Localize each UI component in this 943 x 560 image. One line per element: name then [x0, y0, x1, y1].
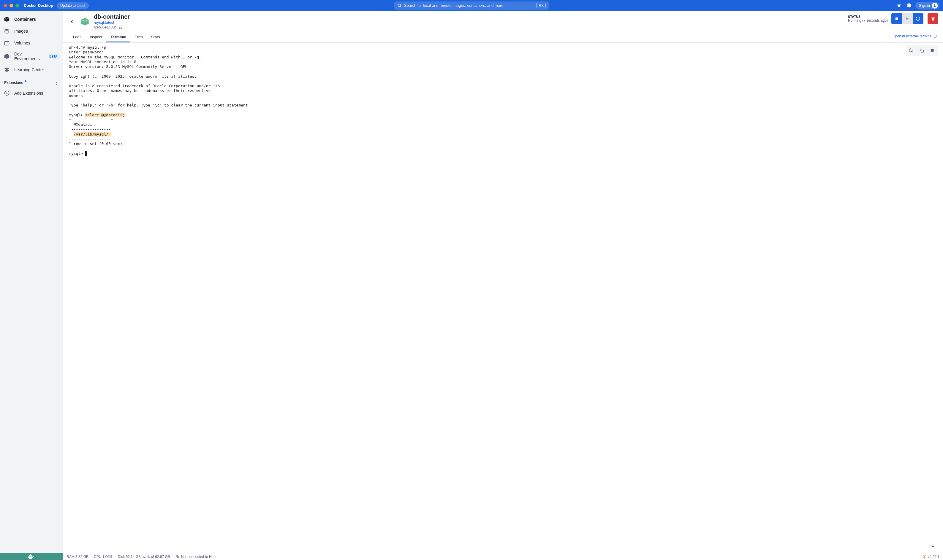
svg-rect-18 — [895, 17, 898, 20]
container-cube-icon — [80, 16, 90, 27]
tab-stats[interactable]: Stats — [147, 32, 164, 42]
sidebar-item-learning-center[interactable]: Learning Center — [0, 64, 63, 75]
tab-logs[interactable]: Logs — [69, 32, 85, 42]
svg-marker-19 — [906, 17, 909, 20]
status-hub-text: Not connected to Hub — [181, 555, 216, 559]
terminal-output[interactable]: sh-4.4# mysql -p Enter password: Welcome… — [63, 43, 943, 553]
tab-terminal[interactable]: Terminal — [106, 32, 130, 42]
sidebar-item-label: Add Extensions — [14, 91, 43, 95]
terminal-line: +-----------------+ — [69, 137, 113, 141]
sidebar-item-containers[interactable]: Containers — [0, 13, 63, 25]
container-header: db-container mysql:latest f2eb06e1430c S… — [63, 11, 943, 32]
dev-env-icon — [3, 53, 10, 60]
svg-point-2 — [898, 5, 900, 7]
update-button[interactable]: Update to latest — [57, 2, 89, 9]
sidebar-item-label: Containers — [14, 17, 36, 22]
statusbar: RAM 3.82 GB CPU 1.00% Disk 56.14 GB avai… — [0, 553, 943, 560]
scroll-to-bottom-button[interactable] — [930, 543, 936, 549]
terminal-line: Your MySQL connection id is 8 — [69, 60, 136, 64]
terminal-line: | — [69, 132, 74, 137]
svg-point-12 — [5, 29, 9, 31]
tab-files[interactable]: Files — [130, 32, 147, 42]
svg-line-7 — [898, 4, 898, 5]
search-shortcut-hint: ⌘K — [536, 3, 546, 8]
tab-inspect[interactable]: Inspect — [85, 32, 106, 42]
search-icon — [397, 3, 402, 8]
terminal-line: Welcome to the MySQL monitor. Commands e… — [69, 55, 201, 59]
delete-button[interactable] — [928, 13, 938, 24]
terminal-search-icon[interactable] — [906, 45, 916, 56]
docker-whale-icon — [28, 554, 35, 559]
container-actions — [891, 13, 938, 24]
terminal-toolbar — [906, 45, 938, 56]
terminal-line: mysql> — [69, 113, 85, 117]
back-button[interactable] — [68, 17, 76, 26]
statusbar-engine[interactable] — [0, 553, 63, 560]
status-value: Running (7 seconds ago) — [848, 18, 888, 23]
status-version[interactable]: v4.20.1 — [923, 555, 940, 559]
svg-rect-26 — [30, 556, 31, 557]
sidebar-item-add-extensions[interactable]: Add Extensions — [0, 87, 63, 99]
terminal-line: affiliates. Other names may be trademark… — [69, 88, 210, 93]
terminal-line: owners. — [69, 94, 85, 98]
sidebar-item-label: Images — [14, 29, 28, 34]
svg-point-13 — [5, 41, 9, 42]
container-image-link[interactable]: mysql:latest — [94, 20, 114, 25]
status-cpu: CPU 1.00% — [94, 555, 113, 559]
bug-icon[interactable] — [897, 3, 902, 8]
sidebar-item-dev-environments[interactable]: Dev Environments BETA — [0, 49, 63, 64]
maximize-window-button[interactable] — [15, 4, 19, 8]
restart-button[interactable] — [913, 13, 923, 24]
app-title: Docker Desktop — [24, 3, 53, 8]
svg-rect-22 — [921, 50, 923, 52]
search-input[interactable] — [404, 3, 536, 8]
status-label: STATUS — [848, 15, 888, 18]
extensions-more-button[interactable]: ⋮ — [54, 80, 59, 85]
terminal-cursor — [85, 151, 87, 156]
status-hub: Not connected to Hub — [176, 555, 216, 559]
global-search[interactable]: ⌘K — [394, 2, 549, 10]
svg-line-9 — [898, 6, 898, 7]
terminal-clear-icon[interactable] — [927, 45, 938, 56]
extensions-badge-dot — [25, 80, 26, 82]
stop-button[interactable] — [891, 13, 902, 24]
svg-point-20 — [909, 49, 912, 52]
content-area: db-container mysql:latest f2eb06e1430c S… — [63, 11, 943, 553]
window-controls — [3, 4, 19, 8]
minimize-window-button[interactable] — [9, 4, 13, 8]
extensions-header: Extensions ⋮ — [0, 75, 63, 87]
sidebar-item-images[interactable]: Images — [0, 25, 63, 37]
add-icon — [3, 90, 10, 96]
terminal-line: Oracle is a registered trademark of Orac… — [69, 84, 220, 88]
terminal-copy-icon[interactable] — [916, 45, 927, 56]
container-name: db-container — [94, 13, 130, 20]
sidebar-item-volumes[interactable]: Volumes — [0, 37, 63, 49]
signin-label: Sign in — [919, 3, 930, 8]
svg-point-11 — [934, 4, 935, 6]
svg-rect-30 — [31, 555, 32, 555]
svg-rect-29 — [30, 555, 31, 555]
images-icon — [3, 28, 10, 34]
open-external-terminal-link[interactable]: Open in external terminal — [892, 34, 937, 40]
terminal-highlight: select @@datadir; — [85, 113, 125, 117]
sidebar-item-label: Learning Center — [14, 67, 44, 72]
svg-point-35 — [924, 557, 924, 558]
terminal-line: sh-4.4# mysql -p — [69, 45, 106, 49]
beta-badge: BETA — [48, 54, 59, 59]
disconnected-icon — [176, 555, 179, 558]
settings-icon[interactable] — [906, 3, 911, 8]
svg-line-10 — [900, 4, 901, 5]
extensions-label: Extensions — [4, 80, 23, 85]
container-hash: f2eb06e1430c — [94, 25, 116, 29]
containers-icon — [3, 16, 10, 23]
signin-button[interactable]: Sign in — [915, 2, 940, 9]
copy-hash-icon[interactable] — [118, 26, 122, 29]
tabs: Logs Inspect Terminal Files Stats Open i… — [63, 32, 943, 43]
status-disk: Disk 56.14 GB avail. of 62.67 GB — [118, 555, 170, 559]
start-button[interactable] — [902, 13, 913, 24]
close-window-button[interactable] — [3, 4, 7, 8]
svg-rect-28 — [29, 555, 30, 555]
svg-rect-24 — [28, 556, 29, 557]
terminal-line: Type 'help;' or '\h' for help. Type '\c'… — [69, 103, 250, 108]
svg-rect-17 — [120, 27, 122, 28]
